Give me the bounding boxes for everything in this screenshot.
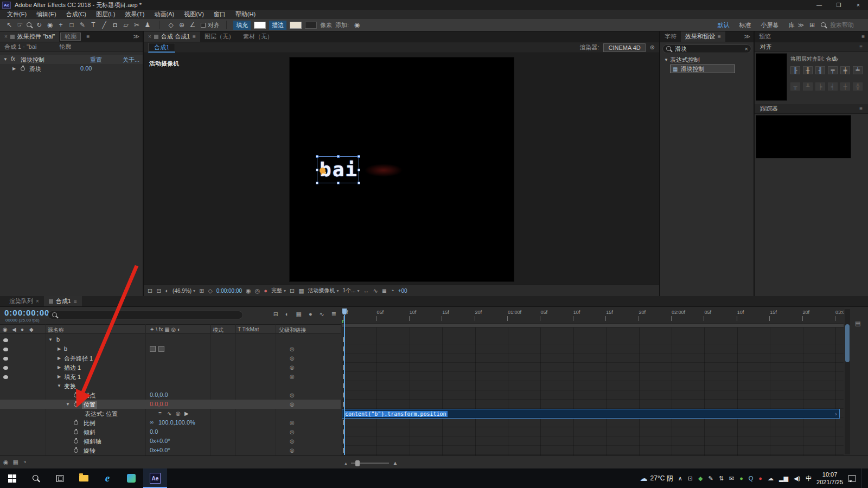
constrain-link-icon[interactable]: ∞ <box>150 419 154 425</box>
skew-row[interactable]: 倾斜 0.0 ◎ <box>0 427 341 436</box>
distribute-button-icon[interactable]: ╥ <box>790 82 800 91</box>
slider-value[interactable]: 0.00 <box>80 65 92 72</box>
zoom-level-select[interactable]: (46.9%) <box>173 288 192 294</box>
zoom-tool-icon[interactable] <box>26 22 33 29</box>
mask-visibility-icon[interactable]: ◐ <box>165 287 169 294</box>
taskbar-search-button[interactable] <box>24 468 48 488</box>
tab-layer[interactable]: 图层（无） <box>200 31 239 42</box>
twirl-icon[interactable]: ▶ <box>56 365 62 370</box>
workspace-item[interactable]: 小屏幕 <box>761 21 778 29</box>
tab-composition[interactable]: × 合成 合成1 ≡ <box>144 31 200 42</box>
timeline-options-icon[interactable]: ▤ <box>855 320 860 327</box>
stopwatch-icon[interactable] <box>74 448 78 453</box>
pickwhip-icon[interactable]: ◎ <box>290 392 295 398</box>
skew-value[interactable]: 0.0 <box>150 428 158 435</box>
stopwatch-icon[interactable] <box>74 439 78 444</box>
rectangle-tool-icon[interactable]: □ <box>67 20 76 30</box>
tray-onedrive-icon[interactable]: ☁ <box>768 475 774 482</box>
visibility-eye-icon[interactable] <box>3 338 8 342</box>
position-value[interactable]: 0.0,0.0 <box>150 401 168 407</box>
align-button-icon[interactable]: ╟ <box>790 66 800 74</box>
always-preview-icon[interactable]: ⊡ <box>148 287 152 294</box>
pixel-aspect-icon[interactable]: ↔ <box>363 287 369 294</box>
pen-tool-icon[interactable]: ✎ <box>78 20 87 30</box>
twirl-icon[interactable]: ▼ <box>56 383 62 388</box>
layer-row[interactable]: ▼ b <box>0 335 341 344</box>
timeline-track-row[interactable] <box>342 427 844 436</box>
exposure-value[interactable]: +00 <box>398 288 407 294</box>
tray-network-icon[interactable]: ▂▆ <box>779 475 788 482</box>
add-menu-icon[interactable]: ◉ <box>352 20 362 30</box>
tray-usb-icon[interactable]: ⇅ <box>719 475 724 482</box>
transparency-grid-icon[interactable]: ▦ <box>298 287 304 294</box>
stopwatch-icon[interactable] <box>74 402 78 407</box>
expression-row[interactable]: 表达式: 位置 = ∿ ◎ ▶ <box>0 409 341 418</box>
align-button-icon[interactable]: ╫ <box>803 66 813 74</box>
expand-layers-icon[interactable]: ◉ <box>3 459 9 466</box>
rotation-row[interactable]: 旋转 0x+0.0° ◎ <box>0 446 341 455</box>
tray-ime-icon[interactable]: 中 <box>806 474 812 483</box>
twirl-icon[interactable]: ▼ <box>65 402 71 407</box>
menu-item[interactable]: 帮助(H) <box>231 10 260 18</box>
after-effects-taskbar-button[interactable]: Ae <box>143 468 167 488</box>
tray-expand-icon[interactable]: ∧ <box>678 475 682 482</box>
scrollbar-thumb[interactable] <box>845 324 850 362</box>
menu-item[interactable]: 编辑(E) <box>31 10 61 18</box>
timeline-track-row[interactable] <box>342 344 844 354</box>
help-search[interactable] <box>820 22 864 29</box>
menu-item[interactable]: 窗口 <box>209 10 231 18</box>
panel-menu-icon[interactable]: ≡ <box>859 106 863 112</box>
close-icon[interactable]: × <box>36 298 39 304</box>
workspace-overflow-icon[interactable]: ≫ <box>797 22 804 29</box>
tray-display-icon[interactable]: ⊡ <box>688 475 693 482</box>
effect-header-row[interactable]: ▼ fx 滑块控制 重置 关于... <box>0 55 143 64</box>
anchor-point-row[interactable]: 锚点 0.0,0.0 ◎ <box>0 390 341 400</box>
visibility-eye-icon[interactable] <box>3 357 8 361</box>
effects-search-input[interactable] <box>675 46 735 52</box>
viewer-current-time[interactable]: 0:00:00:00 <box>216 288 242 294</box>
workspace-item[interactable]: 库 <box>788 21 794 29</box>
composition-canvas[interactable]: bai <box>289 57 514 282</box>
clone-stamp-tool-icon[interactable]: ◘ <box>110 20 120 30</box>
panel-menu-icon[interactable]: ≡ <box>74 298 77 304</box>
effect-item-slider-control[interactable]: ▦ 滑块控制 <box>670 65 735 73</box>
timeline-track-row[interactable] <box>342 335 844 344</box>
in-out-columns-icon[interactable]: ◔ <box>23 459 27 466</box>
timeline-track-row[interactable] <box>342 390 844 400</box>
menu-item[interactable]: 合成(C) <box>61 10 91 18</box>
start-button[interactable] <box>0 468 24 488</box>
effects-search-box[interactable]: × <box>662 44 751 53</box>
pickwhip-icon[interactable]: ◎ <box>290 364 295 370</box>
align-button-icon[interactable]: ╤ <box>828 66 838 74</box>
minimize-button[interactable]: — <box>809 0 829 10</box>
timeline-track-row[interactable] <box>342 436 844 446</box>
transform-handle[interactable] <box>316 182 318 184</box>
distribute-button-icon[interactable]: ┼ <box>840 82 850 91</box>
transfer-controls-icon[interactable]: ▦ <box>13 459 18 466</box>
timeline-track-row[interactable] <box>342 446 844 455</box>
panel-menu-icon[interactable]: ≡ <box>859 44 863 50</box>
panel-menu-icon[interactable]: ≡ <box>861 34 865 40</box>
time-ruler[interactable]: 0f05f10f15f20f01:00f05f10f15f20f02:00f05… <box>342 308 844 322</box>
tab-timeline-comp[interactable]: 合成1 ≡ <box>44 296 82 306</box>
exposure-reset-icon[interactable]: ◔ <box>391 287 394 294</box>
shy-icon[interactable]: ▦ <box>296 311 302 318</box>
comp-mini-tab[interactable]: 合成1 <box>148 43 175 53</box>
distribute-button-icon[interactable]: ╡ <box>828 82 838 91</box>
position-row[interactable]: ▼ 位置 0.0,0.0 ◎ <box>0 400 341 409</box>
timeline-track-pane[interactable]: 0f05f10f15f20f01:00f05f10f15f20f02:00f05… <box>342 307 844 455</box>
fill-swatch[interactable] <box>254 22 266 29</box>
panel-menu-icon[interactable]: ≡ <box>86 34 90 40</box>
align-button-icon[interactable]: ╧ <box>853 66 863 74</box>
zoom-track[interactable] <box>351 463 389 464</box>
transform-handle[interactable] <box>316 155 318 158</box>
tab-outline[interactable]: 轮廓 <box>60 33 81 41</box>
draft-3d-icon[interactable]: ◐ <box>285 311 289 318</box>
grid-guides-icon[interactable]: ⊞ <box>199 287 204 294</box>
fast-previews-icon[interactable]: ∿ <box>373 287 378 294</box>
transform-handle[interactable] <box>358 155 360 158</box>
menu-item[interactable]: 动画(A) <box>150 10 180 18</box>
tab-render-queue[interactable]: 渲染队列 × <box>4 296 44 306</box>
hand-tool-icon[interactable]: ☞ <box>15 20 25 30</box>
group-options-icon[interactable] <box>158 346 164 352</box>
